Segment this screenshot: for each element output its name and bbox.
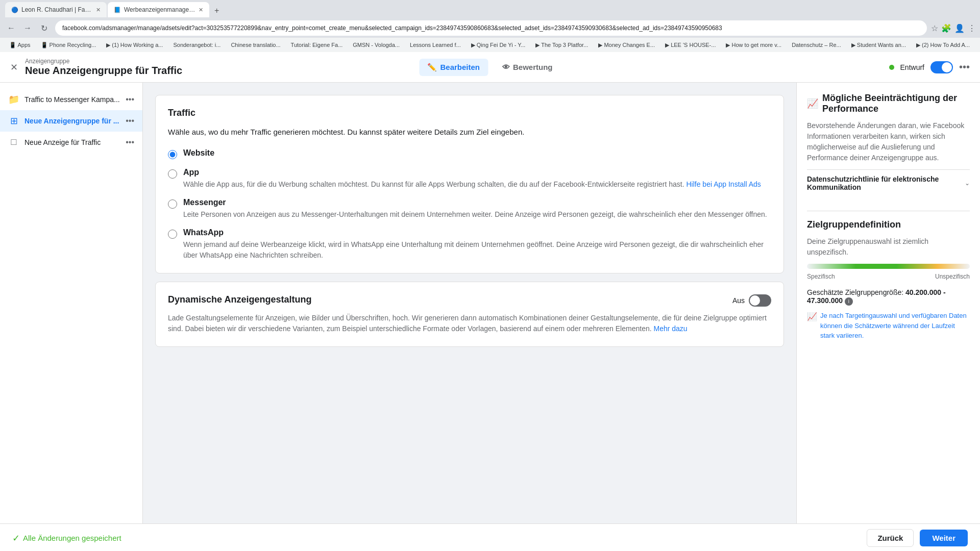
tab-close-adsmanager[interactable]: ✕ bbox=[199, 7, 203, 13]
bookmark-lessons[interactable]: Lessons Learned f... bbox=[406, 41, 465, 49]
header-right: Entwurf ••• bbox=[889, 61, 970, 73]
info-icon[interactable]: i bbox=[845, 297, 853, 306]
radio-whatsapp[interactable] bbox=[168, 230, 177, 239]
option-website: Website bbox=[168, 148, 771, 160]
bookmark-phone[interactable]: 📱 Phone Recycling... bbox=[37, 41, 101, 49]
header-subtitle: Anzeigengruppe bbox=[25, 58, 182, 65]
bookmark-datenschutz[interactable]: Datenschutz – Re... bbox=[788, 41, 845, 49]
radio-messenger[interactable] bbox=[168, 199, 177, 209]
bewertung-button[interactable]: 👁 Bewertung bbox=[494, 59, 561, 76]
footer: ✓ Alle Änderungen gespeichert Zurück Wei… bbox=[0, 523, 980, 551]
targeting-note-text: Je nach Targetingauswahl und verfügbaren… bbox=[820, 311, 970, 341]
main-layout: 📁 Traffic to Messenger Kampa... ••• ⊞ Ne… bbox=[0, 83, 980, 523]
forward-button[interactable]: → bbox=[20, 21, 35, 35]
close-button[interactable]: ✕ bbox=[10, 62, 18, 73]
sidebar-item-more-ad[interactable]: ••• bbox=[126, 138, 134, 147]
content-area: Traffic Wähle aus, wo du mehr Traffic ge… bbox=[143, 83, 796, 523]
spectrum-labels: Spezifisch Unspezifisch bbox=[807, 273, 970, 280]
new-tab-button[interactable]: + bbox=[210, 4, 223, 17]
bookmark-lee[interactable]: ▶ LEE 'S HOUSE-... bbox=[661, 41, 720, 49]
bookmark-how-add[interactable]: ▶ (2) How To Add A... bbox=[912, 41, 974, 49]
bookmark-gmsn[interactable]: GMSN - Vologda... bbox=[349, 41, 404, 49]
sidebar-item-more-campaign[interactable]: ••• bbox=[126, 95, 134, 104]
zuruck-button[interactable]: Zurück bbox=[867, 529, 914, 547]
bookmark-money[interactable]: ▶ Money Changes E... bbox=[594, 41, 659, 49]
bookmarks-bar: 📱 Apps 📱 Phone Recycling... ▶ (1) How Wo… bbox=[0, 38, 980, 52]
dynamic-title: Dynamische Anzeigengestaltung bbox=[168, 294, 311, 305]
bookmark-lesehilfe[interactable]: Lesehilfe bbox=[976, 41, 980, 49]
grid-icon: ⊞ bbox=[8, 115, 19, 127]
status-label: Entwurf bbox=[900, 63, 924, 71]
refresh-button[interactable]: ↻ bbox=[37, 21, 51, 35]
app-header: ✕ Anzeigengruppe Neue Anzeigengruppe für… bbox=[0, 52, 980, 83]
option-messenger-desc: Leite Personen von Anzeigen aus zu Messe… bbox=[183, 209, 771, 220]
sidebar-item-adgroup[interactable]: ⊞ Neue Anzeigengruppe für ... ••• bbox=[0, 110, 142, 132]
tab-close-facebook[interactable]: ✕ bbox=[96, 7, 101, 13]
bookmark-how-working[interactable]: ▶ (1) How Working a... bbox=[102, 41, 167, 49]
datenschutz-link-row[interactable]: Datenschutzrichtlinie für elektronische … bbox=[807, 169, 970, 196]
browser-actions: ☆ 🧩 👤 ⋮ bbox=[931, 23, 976, 33]
performance-title: 📈 Mögliche Beeinträchtigung der Performa… bbox=[807, 93, 970, 114]
square-icon: □ bbox=[8, 137, 19, 147]
dynamic-more-link[interactable]: Mehr dazu bbox=[654, 324, 688, 333]
bookmark-sonder[interactable]: Sonderangebot: i... bbox=[169, 41, 225, 49]
weiter-button[interactable]: Weiter bbox=[920, 530, 968, 546]
bookmark-qing[interactable]: ▶ Qing Fei De Yi - Y... bbox=[467, 41, 530, 49]
targeting-note: 📈 Je nach Targetingauswahl und verfügbar… bbox=[807, 311, 970, 341]
traffic-options: Website App Wähle die App aus, für die d… bbox=[168, 148, 771, 261]
performance-section: 📈 Mögliche Beeinträchtigung der Performa… bbox=[807, 93, 970, 196]
option-website-content: Website bbox=[183, 148, 771, 160]
sidebar-item-more-adgroup[interactable]: ••• bbox=[126, 116, 134, 126]
bearbeiten-button[interactable]: ✏️ Bearbeiten bbox=[419, 59, 488, 76]
profile-icon[interactable]: 👤 bbox=[954, 23, 965, 33]
status-toggle[interactable] bbox=[930, 61, 953, 73]
extensions-icon[interactable]: 🧩 bbox=[941, 23, 951, 33]
bookmark-tutorial[interactable]: Tutorial: Eigene Fa... bbox=[287, 41, 347, 49]
dynamic-toggle-thumb bbox=[750, 295, 760, 306]
sidebar-item-ad[interactable]: □ Neue Anzeige für Traffic ••• bbox=[0, 132, 142, 153]
traffic-card: Traffic Wähle aus, wo du mehr Traffic ge… bbox=[155, 95, 784, 273]
eye-icon: 👁 bbox=[502, 63, 510, 71]
option-whatsapp-label: WhatsApp bbox=[183, 228, 771, 237]
save-status-text: Alle Änderungen gespeichert bbox=[23, 534, 121, 542]
bookmark-top3[interactable]: ▶ The Top 3 Platfor... bbox=[531, 41, 592, 49]
chevron-down-icon: ⌄ bbox=[965, 180, 970, 187]
bookmark-icon[interactable]: ☆ bbox=[931, 23, 938, 33]
status-dot bbox=[889, 65, 894, 70]
sidebar-item-label-campaign: Traffic to Messenger Kampa... bbox=[24, 95, 120, 104]
bookmark-chinese[interactable]: Chinese translatio... bbox=[227, 41, 284, 49]
url-input[interactable] bbox=[55, 20, 927, 36]
radio-website[interactable] bbox=[168, 150, 177, 159]
page-title: Neue Anzeigengruppe für Traffic bbox=[25, 65, 182, 77]
panel-divider bbox=[807, 211, 970, 211]
sidebar-item-label-adgroup: Neue Anzeigengruppe für ... bbox=[24, 117, 120, 125]
option-app: App Wähle die App aus, für die du Werbun… bbox=[168, 168, 771, 190]
sidebar-item-campaign[interactable]: 📁 Traffic to Messenger Kampa... ••• bbox=[0, 89, 142, 110]
bookmark-student[interactable]: ▶ Student Wants an... bbox=[847, 41, 910, 49]
dynamic-toggle-wrapper: Aus bbox=[732, 294, 771, 307]
tab-facebook[interactable]: 🔵 Leon R. Chaudhari | Facebook ✕ bbox=[5, 2, 107, 17]
datenschutz-label: Datenschutzrichtlinie für elektronische … bbox=[807, 175, 965, 191]
bookmark-apps[interactable]: 📱 Apps bbox=[5, 41, 35, 49]
option-website-label: Website bbox=[183, 148, 771, 158]
option-app-label: App bbox=[183, 168, 771, 177]
option-whatsapp-desc: Wenn jemand auf deine Werbeanzeige klick… bbox=[183, 239, 771, 261]
header-title-group: Anzeigengruppe Neue Anzeigengruppe für T… bbox=[25, 58, 182, 77]
traffic-description: Wähle aus, wo du mehr Traffic generieren… bbox=[168, 127, 771, 138]
bookmark-more[interactable]: ▶ How to get more v... bbox=[722, 41, 786, 49]
performance-icon: 📈 bbox=[807, 98, 818, 109]
zielgruppe-title: Zielgruppendefinition bbox=[807, 219, 970, 230]
radio-app[interactable] bbox=[168, 169, 177, 179]
back-button[interactable]: ← bbox=[4, 21, 18, 35]
more-options-icon[interactable]: ⋮ bbox=[968, 23, 976, 33]
spectrum-bar bbox=[807, 264, 970, 269]
app-install-ads-link[interactable]: Hilfe bei App Install Ads bbox=[686, 180, 761, 188]
estimate-label: Geschätzte Zielgruppengröße: bbox=[807, 288, 903, 296]
option-messenger-label: Messenger bbox=[183, 198, 771, 207]
zielgruppe-description: Deine Zielgruppenauswahl ist ziemlich un… bbox=[807, 236, 970, 258]
dynamic-toggle[interactable] bbox=[749, 294, 771, 307]
tab-adsmanager[interactable]: 📘 Werbeanzeigenmanager - We... ✕ bbox=[108, 2, 209, 17]
more-button[interactable]: ••• bbox=[959, 61, 970, 73]
traffic-title: Traffic bbox=[168, 108, 771, 118]
estimate-row: Geschätzte Zielgruppengröße: 40.200.000 … bbox=[807, 288, 970, 306]
